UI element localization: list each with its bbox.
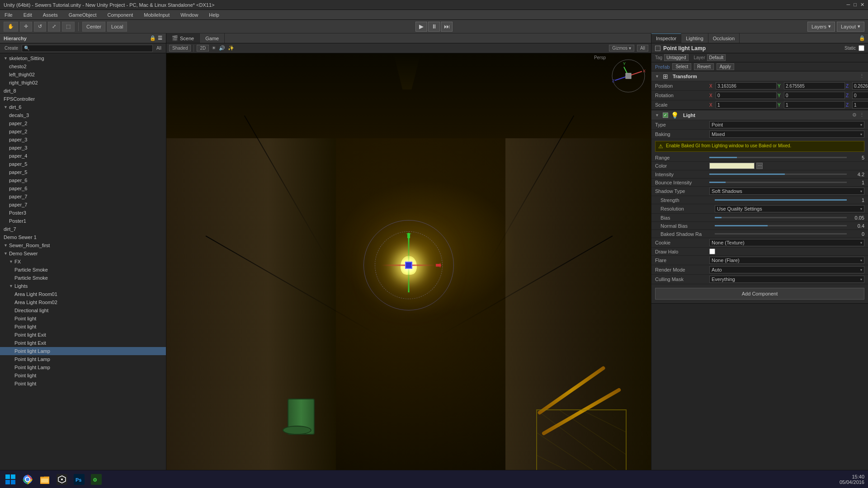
transform-header[interactable]: ▼ ⊞ Transform ⋮ [651, 71, 868, 81]
pos-x-input[interactable] [716, 82, 777, 89]
tool-rect[interactable]: ⬚ [62, 22, 75, 32]
light-gear-icon[interactable]: ⚙ [852, 112, 857, 118]
add-component-button[interactable]: Add Component [655, 288, 864, 300]
photoshop-icon[interactable]: Ps [72, 473, 86, 486]
baked-shadow-slider-track[interactable] [715, 233, 847, 235]
strength-slider[interactable]: 1 [715, 197, 864, 203]
light-enabled-checkbox[interactable] [663, 113, 668, 118]
hier-item-skeleton[interactable]: ▼skeleton_Sitting [0, 54, 166, 62]
pos-y-input[interactable] [784, 82, 845, 89]
scale-x-input[interactable] [716, 101, 777, 108]
intensity-slider-track[interactable] [709, 174, 847, 175]
static-checkbox[interactable] [859, 45, 864, 51]
scale-z-input[interactable] [852, 101, 868, 108]
cookie-dropdown[interactable]: None (Texture) ▾ [709, 239, 864, 246]
intensity-slider[interactable]: 4.2 [709, 172, 864, 177]
object-name[interactable]: Point light Lamp [663, 45, 706, 52]
culling-dropdown[interactable]: Everything ▾ [709, 276, 864, 283]
hier-item-area-light2[interactable]: Area Light Room02 [0, 298, 166, 306]
hier-item-point3[interactable]: Point light [0, 371, 166, 380]
revert-btn[interactable]: Revert [694, 63, 713, 70]
apply-btn[interactable]: Apply [717, 63, 734, 70]
hier-item-point4[interactable]: Point light [0, 380, 166, 388]
inspector-lock-icon[interactable]: 🔒 [859, 35, 865, 41]
unity-icon[interactable] [55, 473, 69, 486]
bias-slider-track[interactable] [715, 217, 847, 218]
tab-lighting[interactable]: Lighting [681, 33, 708, 43]
hier-item-chesto2[interactable]: chesto2 [0, 62, 166, 70]
menu-mobileinput[interactable]: MobileInput [141, 11, 172, 19]
hier-item-lights[interactable]: ▼Lights [0, 282, 166, 290]
hier-item-point-exit1[interactable]: Point light Exit [0, 331, 166, 339]
tool-scale[interactable]: ⤢ [48, 22, 60, 32]
explorer-icon[interactable] [38, 473, 52, 486]
hier-item-directional[interactable]: Directional light [0, 306, 166, 314]
normal-bias-slider[interactable]: 0.4 [715, 223, 864, 229]
app5-icon[interactable]: ⚙ [90, 473, 103, 486]
menu-help[interactable]: Help [206, 11, 222, 19]
hier-item-demo-sewer[interactable]: ▼Demo Sewer [0, 249, 166, 258]
close-btn[interactable]: ✕ [860, 2, 864, 8]
hier-item-right-thigh[interactable]: right_thigh02 [0, 79, 166, 87]
rot-z-input[interactable] [852, 92, 868, 99]
tool-move[interactable]: ✛ [20, 22, 32, 32]
baked-shadow-slider[interactable]: 0 [715, 231, 864, 237]
windows-btn[interactable] [4, 473, 17, 486]
step-button[interactable]: ⏭ [441, 22, 453, 32]
hier-item-area-light1[interactable]: Area Light Room01 [0, 290, 166, 298]
effects-icon[interactable]: ✨ [228, 45, 234, 51]
hier-item-dirt8[interactable]: dirt_8 [0, 87, 166, 95]
tool-hand[interactable]: ✋ [4, 22, 18, 32]
strength-slider-track[interactable] [715, 199, 847, 201]
light-icon[interactable]: ☀ [212, 45, 216, 51]
layer-dropdown[interactable]: Default [707, 54, 726, 61]
light-type-dropdown[interactable]: Point ▾ [709, 121, 864, 128]
pause-button[interactable]: ⏸ [428, 22, 440, 32]
color-picker-btn[interactable]: ⋯ [756, 163, 763, 169]
resolution-dropdown[interactable]: Use Quality Settings ▾ [715, 205, 864, 212]
hier-item-point-exit2[interactable]: Point light Exit [0, 339, 166, 347]
hier-item-sewer-room[interactable]: ▼Sewer_Room_first [0, 241, 166, 249]
hier-item-fx[interactable]: ▼FX [0, 258, 166, 266]
scene-view[interactable]: X Y Z Persp [166, 53, 651, 477]
audio-icon[interactable]: 🔊 [219, 45, 225, 51]
pos-z-input[interactable] [852, 82, 868, 89]
hier-item-dirt7[interactable]: dirt_7 [0, 225, 166, 233]
hier-item-left-thigh[interactable]: left_thigh02 [0, 70, 166, 79]
tab-game[interactable]: Game [200, 33, 225, 43]
light-header[interactable]: ▼ 💡 Light ⚙ ⋮ [651, 110, 868, 120]
hier-item-paper2a[interactable]: paper_2 [0, 119, 166, 127]
hier-item-paper6a[interactable]: paper_6 [0, 176, 166, 184]
center-btn[interactable]: Center [82, 22, 105, 32]
tab-occlusion[interactable]: Occlusion [708, 33, 740, 43]
menu-window[interactable]: Window [178, 11, 201, 19]
object-active-checkbox[interactable] [655, 46, 660, 51]
bounce-slider-track[interactable] [709, 182, 847, 183]
hier-item-fps[interactable]: FPSController [0, 95, 166, 103]
hier-item-paper5a[interactable]: paper_5 [0, 160, 166, 168]
flare-dropdown[interactable]: None (Flare) ▾ [709, 257, 864, 264]
menu-edit[interactable]: Edit [21, 11, 35, 19]
color-swatch[interactable] [709, 163, 755, 169]
play-button[interactable]: ▶ [415, 22, 427, 32]
hier-item-demo-sewer1[interactable]: Demo Sewer 1 [0, 233, 166, 241]
hier-item-point-lamp3[interactable]: Point light Lamp [0, 363, 166, 371]
hier-item-paper5b[interactable]: paper_5 [0, 168, 166, 176]
move-center-cube[interactable] [405, 262, 412, 269]
select-btn[interactable]: Select [672, 63, 691, 70]
hier-item-paper4[interactable]: paper_4 [0, 152, 166, 160]
hier-item-dirt6[interactable]: ▼dirt_6 [0, 103, 166, 111]
menu-file[interactable]: File [2, 11, 15, 19]
tool-rotate[interactable]: ↺ [34, 22, 46, 32]
hierarchy-lock-icon[interactable]: 🔒 [150, 35, 156, 41]
menu-gameobject[interactable]: GameObject [66, 11, 99, 19]
scale-y-input[interactable] [784, 101, 845, 108]
range-slider-track[interactable] [709, 157, 847, 158]
minimize-btn[interactable]: ─ [847, 2, 850, 8]
bias-slider[interactable]: 0.05 [715, 215, 864, 221]
shading-btn[interactable]: Shaded [169, 45, 191, 52]
bounce-slider[interactable]: 1 [709, 180, 864, 185]
scene-all-btn[interactable]: All [637, 45, 648, 52]
hierarchy-all-btn[interactable]: All [155, 45, 163, 51]
gizmos-btn[interactable]: Gizmos ▾ [609, 45, 634, 52]
